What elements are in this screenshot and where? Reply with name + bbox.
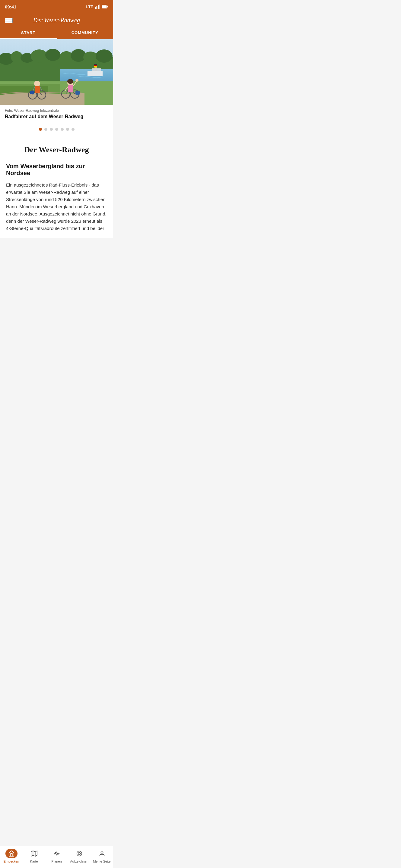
svg-rect-5 xyxy=(102,5,107,8)
carousel-dot-2[interactable] xyxy=(45,128,47,131)
svg-rect-27 xyxy=(94,66,97,67)
battery-icon xyxy=(102,5,108,8)
hamburger-line-3 xyxy=(5,22,12,23)
tab-start[interactable]: START xyxy=(0,26,57,39)
lte-icon: LTE xyxy=(86,4,93,9)
hero-image xyxy=(0,39,113,105)
svg-point-49 xyxy=(76,79,79,82)
svg-point-45 xyxy=(67,79,73,84)
svg-rect-26 xyxy=(94,65,97,66)
svg-rect-0 xyxy=(95,7,96,9)
image-caption: Foto: Weser-Radweg Infozentrale Radfahre… xyxy=(0,105,113,124)
tab-community[interactable]: COMMUNITY xyxy=(57,26,113,39)
carousel-dot-5[interactable] xyxy=(61,128,64,131)
svg-rect-6 xyxy=(107,6,108,7)
main-content: Der Weser-Radweg Vom Weserbergland bis z… xyxy=(0,135,113,238)
content-body: Ein ausgezeichnetes Rad-Fluss-Erlebnis -… xyxy=(6,181,107,232)
hero-scene xyxy=(0,39,113,105)
svg-rect-2 xyxy=(98,5,99,9)
svg-rect-50 xyxy=(76,91,80,95)
svg-rect-25 xyxy=(94,64,97,65)
svg-rect-1 xyxy=(96,6,97,9)
svg-point-12 xyxy=(31,50,48,63)
svg-rect-35 xyxy=(35,86,40,93)
carousel-dot-7[interactable] xyxy=(71,128,75,131)
caption-source: Foto: Weser-Radweg Infozentrale xyxy=(5,108,108,113)
hamburger-line-2 xyxy=(5,20,12,21)
hamburger-line-1 xyxy=(5,19,12,19)
svg-point-17 xyxy=(96,50,113,63)
carousel-dot-3[interactable] xyxy=(50,128,53,131)
content-main-title: Der Weser-Radweg xyxy=(6,145,107,154)
hamburger-button[interactable] xyxy=(5,18,13,23)
status-bar: 09:41 LTE xyxy=(0,0,113,13)
page-bottom-spacer xyxy=(0,238,113,262)
app-title: Der Weser-Radweg xyxy=(33,17,80,24)
svg-rect-22 xyxy=(87,71,103,76)
content-subtitle: Vom Weserbergland bis zur Nordsee xyxy=(6,163,107,177)
svg-rect-51 xyxy=(30,91,34,94)
carousel-dot-6[interactable] xyxy=(66,128,69,131)
app-header: Der Weser-Radweg xyxy=(0,13,113,26)
carousel-dots xyxy=(0,124,113,135)
status-time: 09:41 xyxy=(5,4,16,9)
svg-point-16 xyxy=(83,52,98,63)
svg-rect-3 xyxy=(99,4,100,9)
status-icons: LTE xyxy=(86,4,108,9)
carousel-dot-4[interactable] xyxy=(55,128,58,131)
svg-rect-46 xyxy=(68,85,73,92)
svg-point-34 xyxy=(34,81,40,87)
navigation-tabs: START COMMUNITY xyxy=(0,26,113,39)
signal-icon xyxy=(95,4,100,9)
carousel-dot-1[interactable] xyxy=(39,128,42,131)
caption-text: Radfahrer auf dem Weser-Radweg xyxy=(5,114,108,119)
svg-point-13 xyxy=(45,49,60,61)
